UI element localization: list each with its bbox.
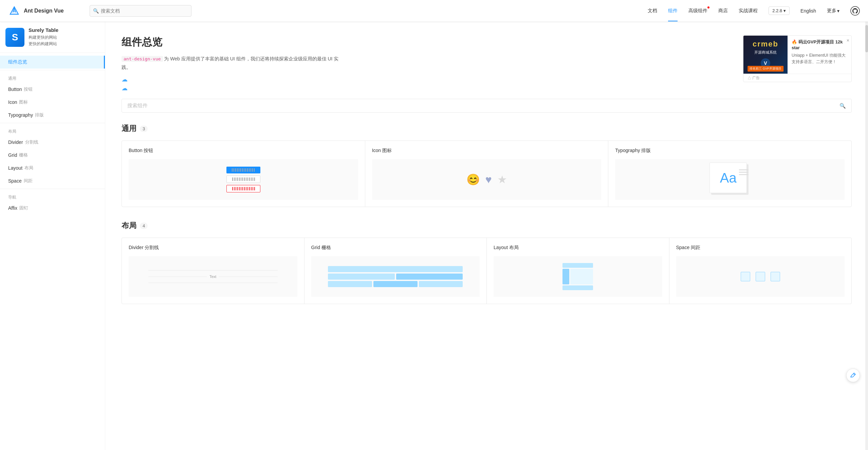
card-divider[interactable]: Divider 分割线 Text — [122, 238, 304, 304]
grid-preview-inner — [328, 266, 463, 287]
cloud-icon-1: ☁ — [122, 76, 852, 83]
version-selector[interactable]: 2.2.8 ▾ — [769, 6, 790, 15]
sidebar-ad[interactable]: S Surely Table 构建更快的网站 更快的构建网站 — [0, 22, 105, 53]
logo-text: Ant Design Vue — [24, 8, 64, 14]
sidebar-item-icon[interactable]: Icon 图标 — [0, 96, 105, 109]
card-layout[interactable]: Layout 布局 — [487, 238, 669, 304]
ad-close-button[interactable]: × — [847, 38, 849, 43]
card-button-title: Button 按钮 — [129, 148, 358, 154]
section-badge-general: 3 — [140, 126, 148, 132]
language-selector[interactable]: English — [800, 8, 816, 14]
page-title: 组件总览 — [122, 35, 852, 49]
content-area: crmeb 开源商城系统 V 排名前三 GVP开源项目 🔥 码云GVP开源项目 … — [105, 22, 868, 450]
surely-title: Surely Table — [29, 27, 58, 33]
card-space-preview — [676, 256, 845, 297]
nav-tutorial[interactable]: 实战课程 — [739, 8, 758, 14]
svg-line-4 — [853, 374, 855, 375]
section-layout: 布局 4 Divider 分割线 Text — [122, 221, 852, 304]
divider-preview-inner: Text — [146, 267, 280, 286]
search-component-bar[interactable]: 搜索组件 🔍 — [122, 99, 852, 113]
search-area[interactable]: 🔍 — [90, 5, 191, 17]
layout-cards-grid: Divider 分割线 Text — [122, 238, 852, 304]
sidebar-divider-2 — [0, 123, 105, 123]
search-component-icon: 🔍 — [839, 103, 846, 109]
card-grid[interactable]: Grid 栅格 — [304, 238, 487, 304]
card-space[interactable]: Space 间距 — [669, 238, 852, 304]
nav-advanced[interactable]: 高级组件 — [688, 8, 707, 14]
ad-card[interactable]: crmeb 开源商城系统 V 排名前三 GVP开源项目 🔥 码云GVP开源项目 … — [743, 35, 852, 82]
main-layout: S Surely Table 构建更快的网站 更快的构建网站 组件总览 通用 B… — [0, 22, 868, 450]
sidebar-item-button[interactable]: Button 按钮 — [0, 83, 105, 96]
sidebar-item-overview[interactable]: 组件总览 — [0, 56, 105, 69]
sidebar-item-affix[interactable]: Affix 固钉 — [0, 202, 105, 214]
ad-brand-top: crmeb — [753, 40, 778, 49]
button-preview-inner — [224, 164, 263, 195]
header: Ant Design Vue 🔍 文档 组件 高级组件 商店 实战课程 2.2.… — [0, 0, 868, 22]
sidebar-item-divider[interactable]: Divider 分割线 — [0, 136, 105, 149]
heart-icon: ♥ — [485, 173, 492, 186]
nav-components[interactable]: 组件 — [668, 8, 678, 14]
cloud-icon-2: ☁ — [122, 85, 852, 92]
card-icon-title: Icon 图标 — [372, 148, 602, 154]
mock-danger-btn — [226, 185, 260, 192]
section-title-general: 通用 3 — [122, 124, 852, 134]
ad-text-area: 🔥 码云GVP开源项目 12k star Uniapp + ElementUI … — [788, 36, 851, 69]
space-preview-inner — [741, 272, 780, 281]
ad-icon: △ — [747, 76, 751, 80]
svg-text:V: V — [764, 60, 767, 66]
general-cards-grid: Button 按钮 — [122, 140, 852, 207]
sidebar-menu: 组件总览 通用 Button 按钮 Icon 图标 Typography 排版 … — [0, 53, 105, 217]
typography-aa: Aa — [720, 170, 737, 186]
card-layout-preview — [494, 256, 662, 297]
sidebar-divider-3 — [0, 189, 105, 189]
nav-dot-advanced — [707, 6, 709, 8]
card-typography-title: Typography 排版 — [615, 148, 845, 154]
more-button[interactable]: 更多 ▾ — [827, 8, 839, 14]
section-badge-layout: 4 — [140, 223, 148, 229]
ad-title: 🔥 码云GVP开源项目 12k star — [792, 39, 847, 50]
page-desc: ant-design-vue 为 Web 应用提供了丰富的基础 UI 组件，我们… — [122, 55, 342, 72]
ad-brand-sub: 开源商城系统 — [754, 50, 777, 55]
card-button-preview — [129, 159, 358, 200]
github-icon[interactable] — [850, 6, 860, 16]
search-icon: 🔍 — [93, 8, 99, 14]
sidebar-divider-1 — [0, 70, 105, 70]
mock-primary-btn — [226, 167, 260, 173]
sidebar-item-grid[interactable]: Grid 栅格 — [0, 149, 105, 162]
ad-footer: △ 广告 — [743, 74, 851, 82]
star-icon: ★ — [497, 173, 507, 186]
card-divider-title: Divider 分割线 — [129, 245, 297, 251]
section-title-layout: 布局 4 — [122, 221, 852, 231]
chevron-down-icon: ▾ — [783, 8, 786, 13]
card-icon[interactable]: Icon 图标 😊 ♥ ★ — [365, 141, 609, 207]
nav-shop[interactable]: 商店 — [718, 8, 728, 14]
nav-docs[interactable]: 文档 — [648, 8, 657, 14]
logo-area[interactable]: Ant Design Vue — [8, 5, 76, 17]
card-grid-title: Grid 栅格 — [311, 245, 480, 251]
ad-badge: 排名前三 GVP开源项目 — [747, 66, 783, 72]
scrollbar-thumb — [865, 25, 868, 52]
sidebar-section-nav: 导航 — [0, 190, 105, 202]
smile-icon: 😊 — [466, 173, 480, 186]
section-general: 通用 3 Button 按钮 — [122, 124, 852, 207]
svg-point-1 — [851, 6, 860, 15]
sidebar-item-layout[interactable]: Layout 布局 — [0, 162, 105, 174]
page-scrollbar[interactable] — [865, 22, 868, 450]
card-button[interactable]: Button 按钮 — [122, 141, 365, 207]
card-layout-title: Layout 布局 — [494, 245, 662, 251]
float-action-button[interactable] — [846, 369, 860, 382]
layout-preview-inner — [562, 263, 593, 290]
pencil-icon — [850, 372, 856, 378]
icon-preview-inner: 😊 ♥ ★ — [466, 173, 507, 186]
card-divider-preview: Text — [129, 256, 297, 297]
card-typography[interactable]: Typography 排版 Aa — [608, 141, 851, 207]
card-grid-preview — [311, 256, 480, 297]
sidebar: S Surely Table 构建更快的网站 更快的构建网站 组件总览 通用 B… — [0, 22, 105, 450]
chevron-down-icon-more: ▾ — [837, 8, 839, 14]
card-icon-preview: 😊 ♥ ★ — [372, 159, 602, 200]
card-typography-preview: Aa — [615, 159, 845, 200]
sidebar-item-typography[interactable]: Typography 排版 — [0, 109, 105, 121]
sidebar-item-space[interactable]: Space 间距 — [0, 174, 105, 187]
search-input[interactable] — [90, 5, 191, 17]
ad-image: crmeb 开源商城系统 V 排名前三 GVP开源项目 — [743, 36, 788, 74]
